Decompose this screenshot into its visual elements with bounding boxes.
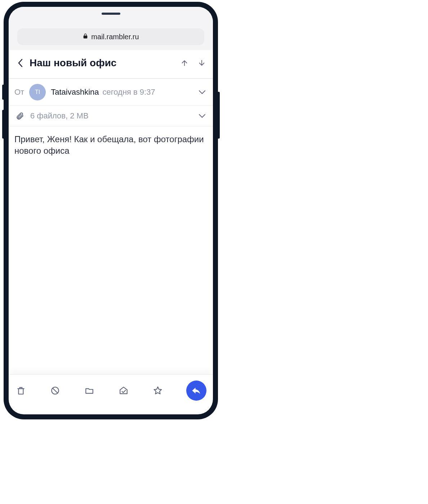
star-button[interactable] — [152, 385, 164, 396]
nav-arrows — [179, 58, 207, 68]
email-subject: Наш новый офис — [30, 57, 179, 69]
phone-side-button — [218, 92, 220, 139]
chevron-down-icon[interactable] — [197, 111, 207, 121]
reply-button[interactable] — [186, 381, 206, 401]
move-folder-button[interactable] — [84, 385, 95, 396]
timestamp: сегодня в 9:37 — [103, 87, 197, 97]
prev-message-button[interactable] — [179, 58, 190, 68]
sender-row[interactable]: От TI Tataivashkina сегодня в 9:37 — [9, 78, 213, 105]
from-label: От — [14, 87, 24, 97]
spam-button[interactable] — [49, 385, 61, 396]
phone-side-button — [2, 85, 4, 100]
address-bar[interactable]: mail.rambler.ru — [17, 28, 204, 45]
mark-read-button[interactable] — [118, 385, 129, 396]
phone-speaker — [102, 13, 120, 15]
attachments-summary: 6 файлов, 2 MB — [30, 111, 197, 121]
bottom-toolbar — [9, 374, 213, 414]
url-text: mail.rambler.ru — [91, 33, 139, 41]
body-text: Привет, Женя! Как и обещала, вот фотогра… — [14, 134, 207, 157]
sender-name: Tataivashkina — [51, 87, 99, 97]
chevron-down-icon[interactable] — [197, 87, 207, 97]
email-header: Наш новый офис — [9, 50, 213, 78]
phone-side-button — [2, 110, 4, 139]
next-message-button[interactable] — [196, 58, 207, 68]
paperclip-icon — [15, 111, 24, 121]
email-body: Привет, Женя! Как и обещала, вот фотогра… — [9, 126, 213, 374]
phone-screen: mail.rambler.ru Наш новый офис От TI — [9, 7, 213, 414]
lock-icon — [83, 33, 88, 40]
phone-frame: mail.rambler.ru Наш новый офис От TI — [4, 2, 218, 419]
delete-button[interactable] — [15, 385, 27, 396]
back-button[interactable] — [14, 57, 26, 69]
attachments-row[interactable]: 6 файлов, 2 MB — [9, 105, 213, 126]
avatar-initials: TI — [35, 89, 40, 95]
avatar: TI — [29, 84, 46, 100]
